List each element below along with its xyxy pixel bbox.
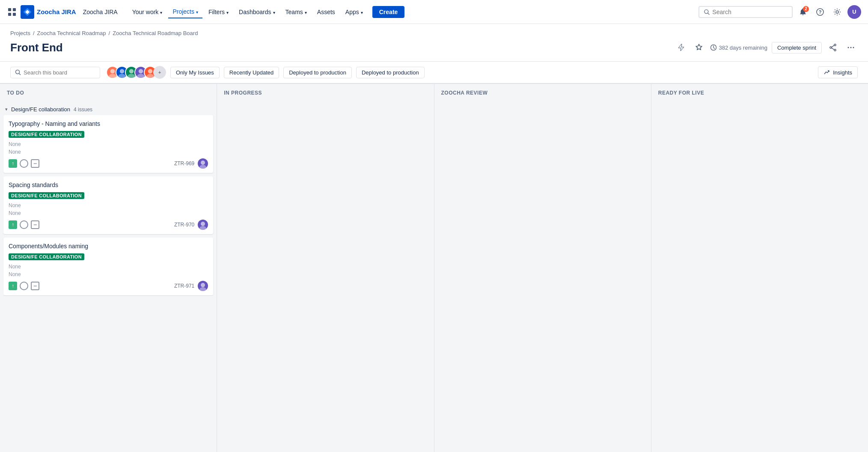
breadcrumb-board[interactable]: Zoocha Technical Roadmap Board xyxy=(113,30,198,36)
nav-apps[interactable]: Apps xyxy=(341,6,367,18)
jira-wordmark: Zoocha JIRA xyxy=(37,8,76,15)
search-input[interactable] xyxy=(712,9,788,15)
card-meta-1b: None xyxy=(9,149,208,155)
nav-assets[interactable]: Assets xyxy=(313,6,339,18)
card-id-1: ZTR-969 xyxy=(174,161,194,167)
filter-recently-updated[interactable]: Recently Updated xyxy=(224,67,279,78)
card-footer-1: ↑ − ZTR-969 xyxy=(9,158,208,169)
filter-bar: + Only My Issues Recently Updated Deploy… xyxy=(0,62,868,84)
search-board-input[interactable] xyxy=(24,69,95,76)
svg-point-28 xyxy=(148,69,152,73)
svg-point-12 xyxy=(834,49,836,51)
card-meta-3a: None xyxy=(9,264,208,270)
card-footer-2: ↑ − ZTR-970 xyxy=(9,220,208,230)
svg-point-21 xyxy=(109,74,116,79)
svg-point-15 xyxy=(848,47,849,48)
svg-point-23 xyxy=(118,74,125,79)
type-dash-icon-3: − xyxy=(31,282,39,290)
svg-point-32 xyxy=(201,161,205,165)
help-button[interactable]: ? xyxy=(813,5,827,19)
card-meta-2b: None xyxy=(9,210,208,216)
card-ztr-970[interactable]: Spacing standards DESIGN/FE COLLABORATIO… xyxy=(3,176,213,234)
svg-point-10 xyxy=(834,44,836,46)
share-button[interactable] xyxy=(826,41,840,54)
search-board-box[interactable] xyxy=(10,67,100,78)
lightning-button[interactable] xyxy=(674,41,688,54)
filter-only-my-issues[interactable]: Only My Issues xyxy=(170,67,220,78)
gear-icon xyxy=(833,8,841,16)
card-title-3: Components/Modules naming xyxy=(9,243,208,250)
notification-badge: 2 xyxy=(803,6,809,12)
card-meta-3b: None xyxy=(9,271,208,277)
card-meta-1a: None xyxy=(9,141,208,147)
card-icons-3: ↑ − xyxy=(9,282,39,290)
more-icon xyxy=(847,44,855,51)
filter-deployed-2[interactable]: Deployed to production xyxy=(356,67,425,78)
nav-projects[interactable]: Projects xyxy=(168,6,202,18)
epic-header[interactable]: ▾ Design/FE collaboration 4 issues xyxy=(3,104,213,115)
card-label-1: DESIGN/FE COLLABORATION xyxy=(9,131,84,138)
column-review-header: ZOOCHA REVIEW xyxy=(434,84,651,100)
card-title-1: Typography - Naming and variants xyxy=(9,120,208,127)
epic-name: Design/FE collaboration xyxy=(11,106,70,113)
nav-dashboards[interactable]: Dashboards xyxy=(235,6,279,18)
more-options-button[interactable] xyxy=(844,41,858,54)
svg-rect-0 xyxy=(8,8,11,11)
card-right-3: ZTR-971 xyxy=(174,281,208,291)
breadcrumb-roadmap[interactable]: Zoocha Technical Roadmap xyxy=(37,30,106,36)
card-right-2: ZTR-970 xyxy=(174,220,208,230)
breadcrumb-projects[interactable]: Projects xyxy=(10,30,30,36)
svg-line-19 xyxy=(19,74,21,75)
help-icon: ? xyxy=(816,8,824,16)
column-inprogress-body xyxy=(217,100,434,452)
card-avatar-1 xyxy=(198,158,208,169)
svg-point-22 xyxy=(120,69,124,73)
priority-up-icon-2: ↑ xyxy=(9,220,17,229)
share-icon xyxy=(829,44,837,51)
create-button[interactable]: Create xyxy=(372,6,405,18)
grid-menu-icon[interactable] xyxy=(7,7,17,17)
card-ztr-969[interactable]: Typography - Naming and variants DESIGN/… xyxy=(3,115,213,173)
svg-point-20 xyxy=(110,69,115,73)
card-title-2: Spacing standards xyxy=(9,181,208,188)
status-circle-icon-2 xyxy=(20,220,28,229)
nav-teams[interactable]: Teams xyxy=(281,6,311,18)
svg-point-26 xyxy=(139,69,143,73)
star-icon xyxy=(695,44,703,51)
nav-right-actions: 2 ? U xyxy=(796,5,861,19)
card-id-2: ZTR-970 xyxy=(174,222,194,228)
svg-point-35 xyxy=(199,226,206,230)
jira-logo[interactable]: Zoocha JIRA xyxy=(21,5,76,19)
epic-chevron: ▾ xyxy=(5,107,8,112)
column-review-body xyxy=(434,100,651,452)
column-readyforlive: READY FOR LIVE xyxy=(651,84,868,452)
user-avatar-nav[interactable]: U xyxy=(847,5,861,19)
svg-line-5 xyxy=(708,13,710,15)
search-board-icon xyxy=(15,69,21,75)
nav-links: Your work Projects Filters Dashboards Te… xyxy=(128,6,367,18)
svg-point-36 xyxy=(201,283,205,287)
search-box[interactable] xyxy=(699,6,793,18)
avatar-6-extra[interactable]: + xyxy=(153,66,166,79)
lightning-icon xyxy=(677,44,685,51)
star-button[interactable] xyxy=(692,41,706,54)
card-ztr-971[interactable]: Components/Modules naming DESIGN/FE COLL… xyxy=(3,238,213,295)
notifications-button[interactable]: 2 xyxy=(796,5,810,19)
column-readyforlive-header: READY FOR LIVE xyxy=(651,84,868,100)
settings-button[interactable] xyxy=(830,5,844,19)
svg-point-4 xyxy=(705,9,708,13)
svg-text:?: ? xyxy=(819,9,822,15)
complete-sprint-button[interactable]: Complete sprint xyxy=(772,42,822,54)
card-icons-1: ↑ − xyxy=(9,159,39,168)
svg-rect-3 xyxy=(13,13,16,16)
nav-your-work[interactable]: Your work xyxy=(128,6,167,18)
nav-filters[interactable]: Filters xyxy=(204,6,233,18)
insights-button[interactable]: Insights xyxy=(818,66,858,78)
card-right-1: ZTR-969 xyxy=(174,158,208,169)
avatar-group: + xyxy=(106,66,166,79)
breadcrumb-sep-1: / xyxy=(33,30,35,36)
svg-point-37 xyxy=(199,287,206,291)
filter-deployed-1[interactable]: Deployed to production xyxy=(283,67,352,78)
column-todo-body: ▾ Design/FE collaboration 4 issues Typog… xyxy=(0,100,217,452)
svg-point-17 xyxy=(853,47,854,48)
